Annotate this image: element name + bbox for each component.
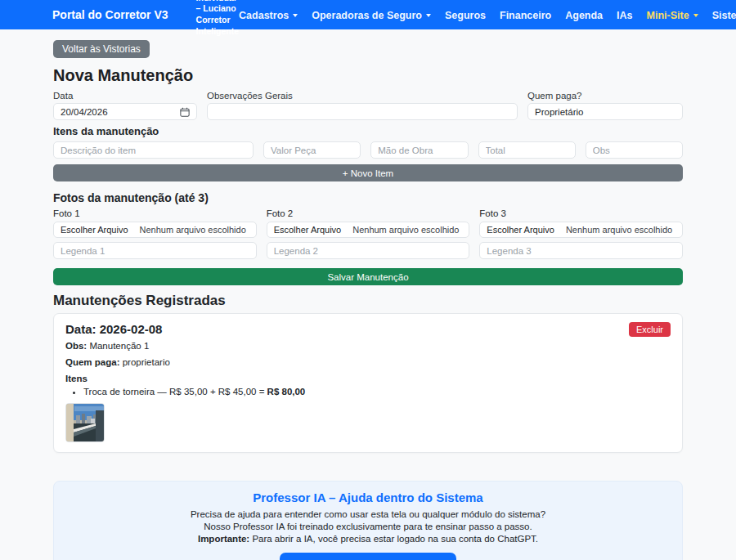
nav-item-seguros[interactable]: Seguros — [445, 10, 486, 21]
chevron-down-icon — [693, 14, 698, 17]
photo3-file-input[interactable]: Escolher Arquivo Nenhum arquivo escolhid… — [479, 222, 683, 238]
card-payer: Quem paga: proprietario — [65, 357, 671, 367]
item-obs-input[interactable] — [586, 141, 683, 159]
photo3-label: Foto 3 — [479, 208, 683, 218]
photo1-caption-input[interactable] — [53, 242, 257, 259]
nav-menu: Cadastros Operadoras de Seguro Seguros F… — [239, 7, 736, 22]
nav-item-sistema[interactable]: Sistema — [712, 10, 736, 21]
calendar-icon[interactable] — [180, 107, 190, 117]
item-inputs-row — [53, 141, 683, 159]
photo1-label: Foto 1 — [53, 208, 257, 218]
save-maintenance-button[interactable]: Salvar Manutenção — [53, 268, 683, 285]
photos-section-label: Fotos da manutenção (até 3) — [53, 191, 683, 204]
account-subtitle: Individual – Luciano Corretor Inteligent… — [196, 0, 240, 37]
items-section-label: Itens da manutenção — [53, 125, 683, 137]
card-date: Data: 2026-02-08 — [65, 322, 162, 336]
professor-ia-line2: Nosso Professor IA foi treinado exclusiv… — [70, 521, 666, 533]
professor-ia-line3: Importante: Para abrir a IA, você precis… — [70, 533, 666, 545]
nav-item-agenda[interactable]: Agenda — [565, 10, 603, 21]
observations-label: Observações Gerais — [207, 91, 518, 101]
page-title: Nova Manutenção — [53, 66, 683, 85]
main-content: Voltar às Vistorias Nova Manutenção Data… — [53, 29, 683, 560]
maintenance-form-row: Data 20/04/2026 Observações Gerais Quem … — [53, 91, 683, 120]
photo-column-3: Foto 3 Escolher Arquivo Nenhum arquivo e… — [479, 208, 683, 259]
card-items-list: Troca de torneira — R$ 35,00 + R$ 45,00 … — [83, 387, 671, 396]
chevron-down-icon — [426, 14, 431, 17]
item-part-value-input[interactable] — [263, 141, 361, 159]
payer-label: Quem paga? — [527, 91, 683, 101]
observations-input[interactable] — [207, 103, 518, 120]
maintenance-photo-thumbnail[interactable] — [65, 403, 105, 442]
item-labor-input[interactable] — [370, 141, 468, 159]
nav-item-mini-site[interactable]: Mini-Site — [647, 10, 698, 21]
photos-grid: Foto 1 Escolher Arquivo Nenhum arquivo e… — [53, 208, 683, 259]
chevron-down-icon — [293, 14, 298, 17]
nav-item-ias[interactable]: IAs — [617, 10, 632, 21]
nav-item-operadoras-de-seguro[interactable]: Operadoras de Seguro — [312, 10, 431, 21]
card-items-label: Itens — [65, 374, 671, 383]
photo1-file-input[interactable]: Escolher Arquivo Nenhum arquivo escolhid… — [53, 222, 257, 238]
photo3-caption-input[interactable] — [479, 242, 683, 259]
date-label: Data — [53, 91, 197, 101]
item-description-input[interactable] — [53, 141, 254, 159]
card-obs: Obs: Manutenção 1 — [65, 341, 671, 351]
card-item: Troca de torneira — R$ 35,00 + R$ 45,00 … — [83, 387, 671, 396]
photo-column-2: Foto 2 Escolher Arquivo Nenhum arquivo e… — [267, 208, 470, 259]
photo2-file-input[interactable]: Escolher Arquivo Nenhum arquivo escolhid… — [267, 222, 470, 238]
top-navbar: Portal do Corretor V3 Individual – Lucia… — [0, 0, 736, 29]
photo2-label: Foto 2 — [267, 208, 470, 218]
professor-ia-panel: Professor IA – Ajuda dentro do Sistema P… — [53, 481, 683, 560]
brand-title[interactable]: Portal do Corretor V3 — [52, 8, 168, 21]
new-item-button[interactable]: + Novo Item — [53, 164, 683, 181]
back-to-vistorias-button[interactable]: Voltar às Vistorias — [53, 40, 150, 58]
photo2-caption-input[interactable] — [267, 242, 470, 259]
item-total-input[interactable] — [478, 141, 576, 159]
nav-item-cadastros[interactable]: Cadastros — [239, 10, 298, 21]
date-input[interactable]: 20/04/2026 — [53, 103, 197, 120]
delete-button[interactable]: Excluir — [629, 322, 671, 337]
professor-ia-title: Professor IA – Ajuda dentro do Sistema — [70, 491, 666, 504]
professor-ia-line1: Precisa de ajuda para entender como usar… — [70, 508, 666, 521]
maintenance-card: Data: 2026-02-08 Excluir Obs: Manutenção… — [53, 313, 683, 453]
nav-item-financeiro[interactable]: Financeiro — [500, 10, 551, 21]
payer-select[interactable]: Proprietário — [527, 103, 683, 120]
registered-section-title: Manutenções Registradas — [53, 293, 683, 309]
photo-column-1: Foto 1 Escolher Arquivo Nenhum arquivo e… — [53, 208, 257, 259]
open-professor-ia-button[interactable]: Abrir Professor IA do Sistema — [280, 553, 456, 560]
